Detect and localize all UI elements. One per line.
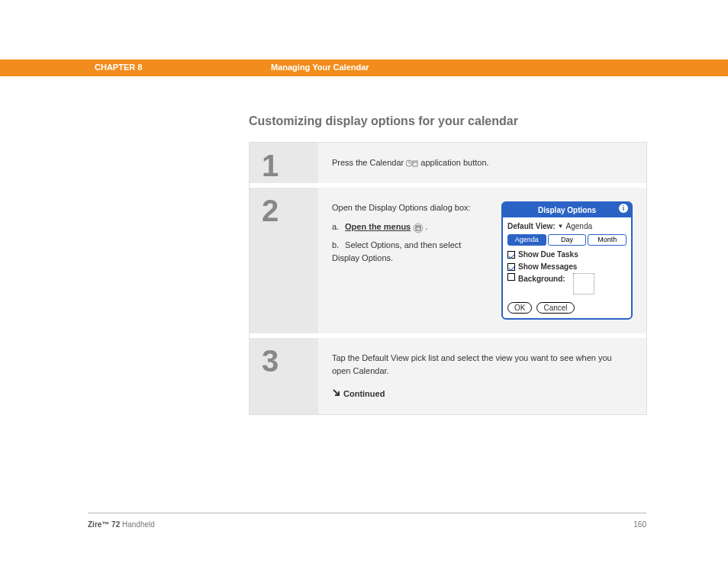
default-view-value[interactable]: Agenda	[566, 220, 592, 232]
steps-table: 1 Press the Calendar	[249, 142, 647, 415]
dropdown-icon[interactable]: ▼	[558, 222, 564, 231]
step1-text-after: application button.	[420, 158, 488, 167]
calendar-icon	[406, 159, 418, 168]
menu-icon	[413, 223, 425, 232]
chapter-label: CHAPTER 8	[95, 63, 142, 72]
arrow-down-right-icon	[332, 388, 340, 401]
step1-text-before: Press the Calendar	[332, 158, 406, 167]
check-show-messages[interactable]: Show Messages	[507, 261, 627, 272]
step-body: Tap the Default View pick list and selec…	[318, 338, 646, 414]
step-row: 1 Press the Calendar	[250, 143, 646, 188]
svg-rect-3	[413, 161, 417, 166]
background-swatch[interactable]	[573, 273, 594, 294]
product-bold: Zire™ 72	[88, 520, 120, 529]
tab-day[interactable]: Day	[548, 234, 587, 246]
page-number: 160	[633, 520, 646, 529]
background-label: Background:	[518, 273, 565, 285]
step-text: Open the Display Options dialog box: a. …	[332, 201, 488, 269]
cancel-button[interactable]: Cancel	[536, 302, 574, 314]
step2-b-label: b.	[332, 239, 343, 252]
content-area: Customizing display options for your cal…	[249, 114, 647, 415]
checkbox-icon[interactable]	[507, 273, 515, 281]
section-label: Managing Your Calendar	[271, 63, 369, 72]
step2-b-text: Select Options, and then select Display …	[332, 240, 461, 262]
product-name: Zire™ 72 Handheld	[88, 520, 155, 529]
dialog-body: Default View: ▼ Agenda Agenda Day Month	[503, 217, 631, 318]
step2-intro: Open the Display Options dialog box:	[332, 201, 488, 214]
step-text: Press the Calendar application button.	[332, 156, 633, 169]
checkbox-icon[interactable]	[507, 263, 515, 271]
step2-a-label: a.	[332, 220, 343, 233]
step-number: 2	[250, 188, 318, 333]
step3-text: Tap the Default View pick list and selec…	[332, 352, 633, 377]
view-tabs: Agenda Day Month	[507, 234, 627, 246]
step2-sub-a: a. Open the menus .	[332, 220, 488, 233]
page: CHAPTER 8 Managing Your Calendar Customi…	[0, 0, 728, 563]
step-body: Press the Calendar application button.	[318, 143, 646, 183]
check-show-due-tasks[interactable]: Show Due Tasks	[507, 249, 627, 260]
step2-sub-b: b. Select Options, and then select Displ…	[332, 239, 488, 264]
tab-month[interactable]: Month	[588, 234, 627, 246]
dialog-buttons: OK Cancel	[507, 302, 627, 314]
tab-agenda[interactable]: Agenda	[507, 234, 546, 246]
product-rest: Handheld	[120, 520, 155, 529]
footer-rule	[88, 513, 646, 513]
step-text: Tap the Default View pick list and selec…	[332, 352, 633, 401]
display-options-dialog: Display Options i Default View: ▼ Agenda…	[501, 201, 633, 320]
step-row: 3 Tap the Default View pick list and sel…	[250, 338, 646, 414]
check-label: Show Due Tasks	[518, 249, 578, 260]
step-row: 2 Open the Display Options dialog box: a…	[250, 188, 646, 338]
dialog-title-bar: Display Options i	[503, 203, 631, 217]
default-view-row: Default View: ▼ Agenda	[507, 220, 627, 232]
background-row: Background:	[507, 273, 627, 294]
chapter-header-bar: CHAPTER 8 Managing Your Calendar	[0, 60, 728, 76]
ok-button[interactable]: OK	[507, 302, 532, 314]
svg-point-5	[414, 224, 423, 233]
default-view-label: Default View:	[507, 220, 556, 232]
open-menus-link[interactable]: Open the menus	[345, 222, 411, 231]
footer: Zire™ 72 Handheld 160	[88, 520, 646, 529]
check-label: Show Messages	[518, 261, 577, 272]
step2-a-after: .	[425, 222, 427, 231]
continued-marker: Continued	[332, 388, 633, 401]
step-number: 1	[250, 143, 318, 183]
page-heading: Customizing display options for your cal…	[249, 114, 647, 128]
dialog-title: Display Options	[538, 206, 596, 214]
checkbox-icon[interactable]	[507, 251, 515, 259]
step-body: Open the Display Options dialog box: a. …	[318, 188, 646, 333]
continued-label: Continued	[343, 388, 385, 401]
step-number: 3	[250, 338, 318, 414]
info-icon[interactable]: i	[619, 204, 628, 213]
